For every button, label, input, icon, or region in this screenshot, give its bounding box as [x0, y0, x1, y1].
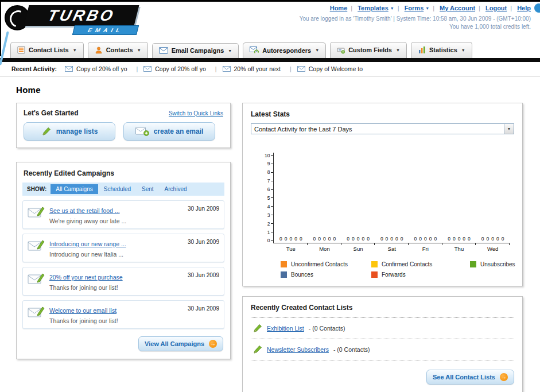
campaign-title-link[interactable]: Introducing our new range ... — [49, 240, 126, 247]
legend-swatch-unconfirmed — [281, 261, 287, 267]
main-content: Home Let's Get Started Switch to Quick L… — [0, 77, 540, 392]
recent-campaigns-title: Recently Edited Campaigns — [17, 162, 230, 183]
chart-plot: 00000000000000000000000000000000000 — [273, 153, 510, 243]
chart-legend: Unconfirmed Contacts Confirmed Contacts … — [281, 261, 514, 278]
chevron-down-icon: ▼ — [315, 48, 319, 52]
latest-stats-title: Latest Stats — [251, 110, 514, 118]
utility-nav: Home Templates▼ Forms▼ My Account Logout… — [300, 5, 531, 11]
logo-subtitle: EMAIL — [87, 27, 124, 33]
tab-custom-fields[interactable]: Custom Fields ▼ — [330, 42, 407, 58]
autoresponders-icon — [250, 46, 259, 54]
recent-contact-lists-title: Recently Created Contact Lists — [251, 304, 514, 312]
recent-activity-item[interactable]: 20% off your next — [223, 65, 297, 72]
tab-label: Statistics — [429, 46, 457, 53]
stats-period-select[interactable]: Contact Activity for the Last 7 Days ▼ — [251, 123, 514, 134]
switch-quick-links-link[interactable]: Switch to Quick Links — [169, 110, 223, 117]
contact-activity-chart: 109876543210 000000000000000000000000000… — [265, 153, 510, 252]
campaign-subtitle: Introducing our new Italia ... — [49, 251, 183, 258]
link-my-account[interactable]: My Account — [440, 5, 475, 11]
recent-activity-bar: Recent Activity: Copy of 20% off yo Copy… — [0, 62, 540, 77]
tab-label: Contacts — [106, 46, 133, 53]
legend-item: Confirmed Contacts — [371, 261, 470, 267]
envelope-pencil-icon — [28, 305, 45, 319]
campaign-row: Introducing our new range ... Introducin… — [22, 234, 224, 262]
link-home[interactable]: Home — [330, 5, 348, 11]
chart-y-axis: 109876543210 — [265, 153, 273, 243]
envelope-pencil-icon — [28, 238, 45, 252]
chevron-down-icon: ▼ — [228, 49, 232, 53]
recent-campaigns-panel: Recently Edited Campaigns SHOW: All Camp… — [16, 162, 231, 359]
campaign-date: 30 Jun 2009 — [188, 239, 219, 245]
create-email-label: create an email — [154, 127, 204, 135]
envelope-pencil-icon — [28, 271, 45, 285]
tab-statistics[interactable]: Statistics ▼ — [411, 42, 472, 58]
right-column: Latest Stats Contact Activity for the La… — [242, 103, 523, 392]
contact-list-row: Exhibition List - (0 Contacts) — [251, 318, 514, 339]
show-label: SHOW: — [27, 186, 46, 192]
campaign-title-link[interactable]: Welcome to our email list — [49, 307, 116, 314]
campaign-subtitle: We're giving away our late ... — [49, 218, 183, 224]
envelope-plus-icon — [135, 127, 149, 136]
tab-contact-lists[interactable]: Contact Lists ▼ — [10, 42, 84, 58]
manage-lists-label: manage lists — [56, 127, 98, 135]
arrow-right-icon: → — [500, 373, 508, 381]
tab-contacts[interactable]: Contacts ▼ — [88, 42, 148, 58]
see-all-contact-lists-button[interactable]: See All Contact Lists → — [426, 370, 514, 385]
legend-item: Bounces — [281, 271, 371, 278]
envelope-pencil-icon — [28, 205, 45, 219]
email-campaigns-icon — [159, 47, 168, 54]
link-forms[interactable]: Forms — [405, 5, 424, 11]
campaign-subtitle: Thanks for joining our list! — [49, 317, 183, 324]
header: TURBO EMAIL Home Templates▼ Forms▼ My Ac… — [0, 2, 540, 38]
campaign-date: 30 Jun 2009 — [188, 205, 219, 212]
header-right: Home Templates▼ Forms▼ My Account Logout… — [300, 5, 531, 30]
campaign-date: 30 Jun 2009 — [188, 272, 219, 278]
tab-email-campaigns[interactable]: Email Campaigns ▼ — [152, 43, 239, 58]
page-title: Home — [16, 85, 540, 95]
legend-swatch-forwards — [371, 271, 378, 278]
campaign-filterbar: SHOW: All Campaigns Scheduled Sent Archi… — [22, 183, 224, 196]
recent-activity-text: Copy of 20% off yo — [76, 65, 127, 72]
logo-ribbon: EMAIL — [72, 25, 139, 35]
get-started-panel: Let's Get Started Switch to Quick Links … — [16, 103, 231, 148]
logo-band: TURBO — [24, 5, 139, 26]
recent-activity-item[interactable]: Copy of 20% off yo — [65, 65, 143, 72]
chevron-down-icon: ▼ — [137, 48, 141, 52]
filter-archived[interactable]: Archived — [160, 184, 192, 194]
create-email-button[interactable]: create an email — [123, 122, 215, 141]
link-help[interactable]: Help — [517, 5, 531, 11]
contact-lists-icon — [17, 46, 25, 54]
chevron-down-icon: ▼ — [396, 48, 400, 52]
get-started-title: Let's Get Started — [24, 109, 79, 117]
tab-autoresponders[interactable]: Autoresponders ▼ — [243, 42, 326, 58]
select-dropdown-icon: ▼ — [504, 124, 514, 134]
link-templates[interactable]: Templates — [358, 5, 389, 11]
legend-item: Unconfirmed Contacts — [281, 261, 371, 267]
recent-activity-item[interactable]: Copy of 20% off yo — [143, 65, 222, 72]
legend-label: Unconfirmed Contacts — [291, 261, 348, 267]
filter-scheduled[interactable]: Scheduled — [99, 184, 136, 194]
campaign-subtitle: Thanks for joining our list! — [49, 284, 183, 291]
latest-stats-panel: Latest Stats Contact Activity for the La… — [242, 103, 523, 286]
tab-label: Contact Lists — [29, 46, 69, 53]
link-logout[interactable]: Logout — [485, 5, 507, 11]
filter-sent[interactable]: Sent — [137, 184, 159, 194]
logo-title: TURBO — [46, 7, 117, 25]
contact-list-link[interactable]: Exhibition List — [267, 325, 304, 332]
campaign-row: 20% off your next purchase Thanks for jo… — [22, 267, 224, 296]
chevron-down-icon: ▼ — [73, 48, 77, 52]
recent-activity-item[interactable]: Copy of Welcome to — [297, 65, 363, 72]
chevron-down-icon: ▼ — [461, 48, 465, 52]
legend-item: Unsubscribes — [470, 261, 515, 267]
pencil-icon — [253, 345, 262, 354]
campaign-title-link[interactable]: 20% off your next purchase — [49, 274, 123, 281]
campaign-title-link[interactable]: See us at the retail food ... — [49, 207, 120, 214]
filter-all-campaigns[interactable]: All Campaigns — [50, 184, 98, 194]
legend-swatch-unsubscribes — [470, 261, 476, 267]
recent-activity-text: 20% off your next — [234, 65, 281, 72]
campaign-date: 30 Jun 2009 — [188, 305, 219, 312]
view-all-campaigns-button[interactable]: View All Campaigns → — [138, 336, 223, 351]
credits-note: You have 1,000 total credits left. — [300, 24, 531, 30]
contact-list-link[interactable]: Newsletter Subscribers — [267, 346, 329, 353]
manage-lists-button[interactable]: manage lists — [24, 122, 115, 141]
